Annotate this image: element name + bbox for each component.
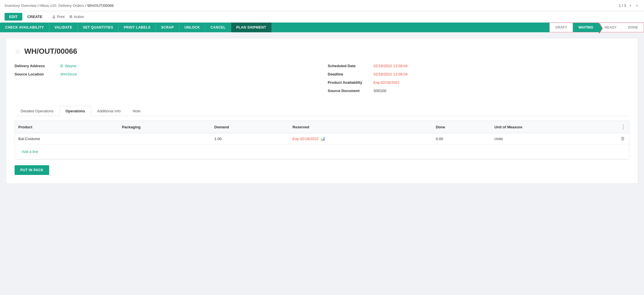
source-location-label: Source Location bbox=[15, 72, 60, 76]
cell-product: Bat-Costume bbox=[15, 133, 118, 144]
fields-left: Delivery Address B. Wayne Source Locatio… bbox=[15, 64, 316, 97]
breadcrumb-delivery-orders[interactable]: Hibou v15: Delivery Orders bbox=[39, 3, 84, 8]
deadline-value: 02/18/2022 13:09:04 bbox=[373, 72, 408, 76]
add-line-link[interactable]: Add a line bbox=[18, 147, 42, 156]
scheduled-date-label: Scheduled Date bbox=[328, 64, 373, 68]
add-line-row: Add a line bbox=[15, 144, 629, 159]
top-bar: Inventory Overview / Hibou v15: Delivery… bbox=[0, 0, 644, 11]
gear-icon: ⚙ bbox=[69, 15, 73, 19]
source-location-row: Source Location WH/Stock bbox=[15, 72, 316, 76]
create-button[interactable]: CREATE bbox=[25, 13, 45, 21]
source-document-label: Source Document bbox=[328, 89, 373, 93]
record-title: WH/OUT/00066 bbox=[24, 47, 77, 56]
record-header: ☆ WH/OUT/00066 bbox=[15, 47, 629, 56]
operations-table: Product Packaging Demand Reserved Done U… bbox=[15, 121, 629, 159]
col-actions-header: ⋮ bbox=[617, 121, 629, 133]
col-done: Done bbox=[432, 121, 491, 133]
table-row: Bat-Costume 1.00 Exp 02/18/2022 📊 0.00 U… bbox=[15, 133, 629, 144]
cell-unit-of-measure: Units bbox=[491, 133, 617, 144]
source-document-value: S00100 bbox=[373, 89, 386, 93]
tab-operations[interactable]: Operations bbox=[59, 106, 91, 116]
product-availability-value: Exp 02/18/2022 bbox=[373, 80, 399, 85]
operations-table-container: Product Packaging Demand Reserved Done U… bbox=[15, 121, 629, 160]
action-link[interactable]: ⚙ Action bbox=[69, 15, 84, 19]
source-document-row: Source Document S00100 bbox=[328, 89, 629, 93]
source-location-value[interactable]: WH/Stock bbox=[60, 72, 77, 76]
pagination-next[interactable]: › bbox=[635, 2, 639, 9]
main-content: ☆ WH/OUT/00066 Delivery Address B. Wayne… bbox=[0, 32, 644, 190]
cancel-button[interactable]: CANCEL bbox=[205, 23, 231, 32]
tab-detailed-operations[interactable]: Detailed Operations bbox=[15, 106, 59, 116]
col-product: Product bbox=[15, 121, 118, 133]
fields-right: Scheduled Date 02/18/2022 13:09:04 Deadl… bbox=[328, 64, 629, 97]
status-done[interactable]: DONE bbox=[622, 23, 644, 32]
favorite-star-icon[interactable]: ☆ bbox=[15, 47, 21, 55]
scheduled-date-row: Scheduled Date 02/18/2022 13:09:04 bbox=[328, 64, 629, 68]
delivery-address-row: Delivery Address B. Wayne bbox=[15, 64, 316, 68]
printer-icon: 🖨 bbox=[52, 15, 56, 19]
breadcrumb: Inventory Overview / Hibou v15: Delivery… bbox=[5, 3, 615, 8]
pagination-info: 1 / 3 bbox=[619, 3, 626, 8]
status-waiting[interactable]: WAITING bbox=[573, 23, 599, 32]
forecast-icon[interactable]: 📊 bbox=[320, 136, 325, 141]
kebab-menu-icon[interactable]: ⋮ bbox=[621, 124, 626, 130]
print-link[interactable]: 🖨 Print bbox=[52, 15, 65, 19]
pagination: 1 / 3 ‹ › bbox=[619, 2, 639, 9]
col-packaging: Packaging bbox=[118, 121, 211, 133]
delivery-address-label: Delivery Address bbox=[15, 64, 60, 68]
col-reserved: Reserved bbox=[289, 121, 432, 133]
deadline-label: Deadline bbox=[328, 72, 373, 76]
scrap-button[interactable]: SCRAP bbox=[156, 23, 179, 32]
tab-note[interactable]: Note bbox=[127, 106, 146, 116]
col-unit-of-measure: Unit of Measure bbox=[491, 121, 617, 133]
cell-demand: 1.00 bbox=[211, 133, 289, 144]
status-bar: DRAFT WAITING READY DONE bbox=[549, 23, 644, 32]
print-labels-button[interactable]: PRINT LABELS bbox=[119, 23, 156, 32]
breadcrumb-inventory-overview[interactable]: Inventory Overview bbox=[5, 3, 36, 8]
status-draft[interactable]: DRAFT bbox=[550, 23, 573, 32]
btn-bar-top: EDIT CREATE 🖨 Print ⚙ Action bbox=[0, 11, 644, 23]
product-availability-label: Product Availability bbox=[328, 80, 373, 85]
unlock-button[interactable]: UNLOCK bbox=[179, 23, 205, 32]
scheduled-date-value: 02/18/2022 13:09:04 bbox=[373, 64, 408, 68]
plan-shipment-button[interactable]: PLAN SHIPMENT bbox=[231, 23, 272, 32]
record-card: ☆ WH/OUT/00066 Delivery Address B. Wayne… bbox=[6, 38, 638, 184]
check-availability-button[interactable]: CHECK AVAILABILITY bbox=[0, 23, 49, 32]
put-in-pack-button[interactable]: PUT IN PACK bbox=[15, 165, 49, 175]
action-bar: CHECK AVAILABILITY VALIDATE SET QUANTITI… bbox=[0, 23, 644, 32]
tab-additional-info[interactable]: Additional Info bbox=[91, 106, 127, 116]
delete-row-button[interactable]: 🗑 bbox=[621, 136, 625, 141]
tabs: Detailed Operations Operations Additiona… bbox=[15, 105, 629, 116]
product-availability-row: Product Availability Exp 02/18/2022 bbox=[328, 80, 629, 85]
top-actions: 🖨 Print ⚙ Action bbox=[52, 15, 84, 19]
validate-button[interactable]: VALIDATE bbox=[49, 23, 77, 32]
edit-button[interactable]: EDIT bbox=[5, 13, 22, 21]
cell-delete: 🗑 bbox=[617, 133, 629, 144]
reserved-expiry-text: Exp 02/18/2022 bbox=[293, 137, 319, 141]
pagination-prev[interactable]: ‹ bbox=[628, 2, 633, 9]
cell-done: 0.00 bbox=[432, 133, 491, 144]
cell-packaging bbox=[118, 133, 211, 144]
col-demand: Demand bbox=[211, 121, 289, 133]
set-quantities-button[interactable]: SET QUANTITIES bbox=[78, 23, 119, 32]
fields-section: Delivery Address B. Wayne Source Locatio… bbox=[15, 64, 629, 97]
breadcrumb-current: WH/OUT/00066 bbox=[87, 3, 114, 8]
delivery-address-value[interactable]: B. Wayne bbox=[60, 64, 76, 68]
cell-reserved: Exp 02/18/2022 📊 bbox=[289, 133, 432, 144]
deadline-row: Deadline 02/18/2022 13:09:04 bbox=[328, 72, 629, 76]
